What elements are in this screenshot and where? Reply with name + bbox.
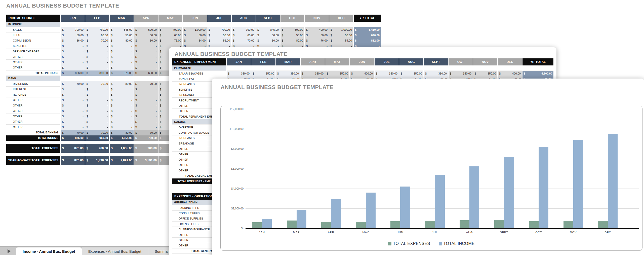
value-cell[interactable]: $54.00 (183, 38, 207, 44)
value-cell[interactable] (424, 65, 448, 71)
value-cell[interactable]: $- (61, 87, 85, 92)
value-cell[interactable]: $1,000.00 (329, 27, 353, 33)
value-cell[interactable]: $60.00 (158, 32, 182, 38)
row-label[interactable]: COMMISSION (6, 38, 60, 44)
value-cell[interactable]: $50.00 (329, 32, 353, 38)
yr-total-cell[interactable]: $640.00 (354, 32, 381, 38)
row-label[interactable]: TOTAL INCOME (6, 135, 60, 141)
value-cell[interactable] (110, 76, 134, 81)
value-cell[interactable]: $890.00 (85, 70, 109, 76)
row-label[interactable]: OTHER (6, 114, 60, 119)
sheet-tab-expenses-annual-bus-budget[interactable]: Expenses - Annual Bus. Budget (82, 247, 148, 255)
value-cell[interactable]: $- (134, 54, 158, 60)
value-cell[interactable] (110, 22, 134, 27)
value-cell[interactable]: $60.00 (85, 32, 109, 38)
row-label[interactable]: OTHER (6, 108, 60, 114)
value-cell[interactable] (498, 65, 522, 71)
row-label[interactable]: OTHER (6, 65, 60, 70)
value-cell[interactable]: $- (61, 43, 85, 49)
value-cell[interactable]: $- (85, 103, 109, 108)
value-cell[interactable]: $- (85, 119, 109, 125)
value-cell[interactable]: $876.00 (61, 135, 85, 141)
value-cell[interactable]: $- (134, 65, 158, 70)
value-cell[interactable]: $400.00 (305, 27, 329, 33)
value-cell[interactable] (251, 65, 275, 71)
value-cell[interactable]: $- (61, 65, 85, 70)
row-label[interactable]: SALES (6, 27, 60, 33)
row-label[interactable]: OTHER (6, 97, 60, 103)
row-label[interactable]: YEAR-TO-DATE TOTAL EXPENSES (6, 156, 60, 165)
value-cell[interactable]: $80.00 (110, 130, 134, 135)
yr-total-cell[interactable]: $832.00 (354, 38, 381, 44)
value-cell[interactable]: $- (110, 97, 134, 103)
yr-total-cell[interactable]: $8,410.00 (354, 27, 381, 33)
value-cell[interactable] (276, 65, 300, 71)
value-cell[interactable] (134, 22, 158, 27)
value-cell[interactable] (183, 22, 207, 27)
value-cell[interactable]: $350.00 (227, 71, 251, 76)
value-cell[interactable]: $- (134, 103, 158, 108)
value-cell[interactable]: $876.00 (61, 144, 85, 153)
row-label[interactable]: BANK (6, 76, 60, 81)
value-cell[interactable]: $- (85, 108, 109, 114)
value-cell[interactable]: $- (85, 114, 109, 119)
value-cell[interactable]: $- (134, 49, 158, 54)
value-cell[interactable] (134, 76, 158, 81)
value-cell[interactable]: $- (134, 97, 158, 103)
value-cell[interactable]: $- (134, 60, 158, 65)
row-label[interactable]: TOTAL EXPENSES (6, 144, 60, 153)
value-cell[interactable] (85, 76, 109, 81)
value-cell[interactable]: $- (110, 92, 134, 98)
value-cell[interactable]: $1,055.00 (110, 144, 134, 153)
value-cell[interactable]: $- (85, 65, 109, 70)
value-cell[interactable]: $- (110, 49, 134, 54)
value-cell[interactable]: $- (110, 65, 134, 70)
value-cell[interactable]: $350.00 (301, 71, 325, 76)
value-cell[interactable]: $70.00 (61, 130, 85, 135)
sheet-tab-income-annual-bus-budget[interactable]: Income - Annual Bus. Budget (16, 247, 82, 255)
value-cell[interactable]: $- (61, 108, 85, 114)
value-cell[interactable]: $- (85, 43, 109, 49)
value-cell[interactable]: $1,055.00 (110, 135, 134, 141)
yr-total-cell[interactable]: $4,300.00 (522, 71, 553, 76)
row-label[interactable]: TOTAL BANKING (6, 130, 60, 135)
value-cell[interactable]: $700.00 (134, 144, 158, 153)
value-cell[interactable]: $760.00 (85, 27, 109, 33)
value-cell[interactable]: $50.00 (183, 32, 207, 38)
value-cell[interactable]: $- (134, 43, 158, 49)
yr-total-cell[interactable] (354, 22, 381, 27)
value-cell[interactable]: $- (134, 108, 158, 114)
row-label[interactable]: OTHER (6, 60, 60, 65)
value-cell[interactable]: $350.00 (276, 71, 300, 76)
value-cell[interactable]: $- (85, 125, 109, 130)
value-cell[interactable]: $1,000.00 (183, 27, 207, 33)
value-cell[interactable] (227, 65, 251, 71)
value-cell[interactable]: $350.00 (449, 71, 473, 76)
value-cell[interactable]: $350.00 (473, 71, 497, 76)
value-cell[interactable]: $56.00 (207, 38, 231, 44)
value-cell[interactable]: $- (134, 92, 158, 98)
value-cell[interactable]: $70.00 (134, 81, 158, 87)
row-label[interactable]: REFUNDS (6, 92, 60, 98)
value-cell[interactable]: $80.00 (110, 38, 134, 44)
value-cell[interactable]: $1,836.00 (85, 156, 109, 165)
value-cell[interactable]: $60.00 (232, 32, 256, 38)
value-cell[interactable]: $- (110, 125, 134, 130)
value-cell[interactable]: $50.00 (134, 32, 158, 38)
value-cell[interactable] (350, 65, 374, 71)
value-cell[interactable]: $- (110, 108, 134, 114)
value-cell[interactable]: $- (134, 125, 158, 130)
value-cell[interactable]: $54.00 (329, 38, 353, 44)
value-cell[interactable]: $- (110, 103, 134, 108)
value-cell[interactable]: $975.00 (110, 70, 134, 76)
value-cell[interactable]: $80.00 (110, 81, 134, 87)
row-label[interactable]: OTHER (6, 125, 60, 130)
row-label[interactable]: OTHER (6, 103, 60, 108)
value-cell[interactable]: $50.00 (280, 32, 304, 38)
value-cell[interactable] (61, 76, 85, 81)
value-cell[interactable]: $70.00 (85, 81, 109, 87)
value-cell[interactable]: $- (110, 54, 134, 60)
value-cell[interactable]: $76.00 (158, 38, 182, 44)
value-cell[interactable]: $- (110, 60, 134, 65)
value-cell[interactable]: $50.00 (207, 32, 231, 38)
